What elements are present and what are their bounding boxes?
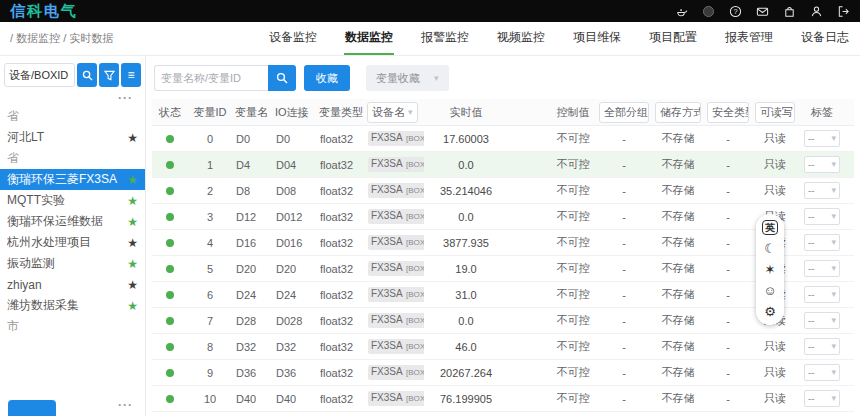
table-row[interactable]: 4D16D016float32FX3SA [BOX1]3877.935不可控-不… [152, 230, 854, 256]
favorite-select[interactable]: 变量收藏 ▾ [366, 65, 449, 91]
bag-icon[interactable] [782, 4, 796, 18]
table-row[interactable]: 6D24D24float32FX3SA [BOX1]31.0不可控-不存储-只读… [152, 282, 854, 308]
table-row[interactable]: 0D0D0float32FX3SA [BOX1]17.60003不可控-不存储-… [152, 126, 854, 152]
table-row[interactable]: 2D8D08float32FX3SA [BOX1]35.214046不可控-不存… [152, 178, 854, 204]
device-search-input[interactable] [4, 63, 75, 87]
moon-icon[interactable]: ☾ [764, 241, 776, 256]
sidebar-item[interactable]: 衡瑞环保运维数据★ [0, 211, 145, 232]
logout-icon[interactable] [836, 4, 850, 18]
tag-select[interactable]: --▾ [804, 234, 840, 251]
sidebar-item-label: 省 [7, 108, 138, 125]
tag-select[interactable]: --▾ [804, 130, 840, 147]
sidebar-action-button[interactable] [8, 400, 56, 416]
favorite-star-icon[interactable]: ★ [127, 195, 138, 207]
gear-icon[interactable]: ⚙ [764, 304, 776, 319]
tag-select[interactable]: --▾ [804, 338, 840, 355]
table-row[interactable]: 8D32D32float32FX3SA [BOX1]46.0不可控-不存储-只读… [152, 334, 854, 360]
magic-lamp-icon[interactable] [674, 4, 688, 18]
storage-cell: 不存储 [652, 209, 704, 224]
tag-select[interactable]: --▾ [804, 260, 840, 277]
tag-cell: --▾ [798, 130, 846, 147]
status-cell [152, 239, 188, 247]
tag-select[interactable]: --▾ [804, 182, 840, 199]
mail-icon[interactable] [755, 4, 769, 18]
favorite-star-icon[interactable]: ★ [127, 174, 138, 186]
tag-select[interactable]: --▾ [804, 364, 840, 381]
sidebar-filter-button[interactable] [99, 63, 119, 87]
language-icon[interactable]: 英 [762, 220, 778, 235]
favorite-star-icon[interactable]: ★ [127, 132, 138, 144]
smiley-icon[interactable]: ☺ [763, 283, 776, 298]
tab-数据监控[interactable]: 数据监控 [344, 22, 394, 55]
favorite-button[interactable]: 收藏 [304, 65, 350, 91]
sidebar-item[interactable]: 河北LT★ [0, 127, 145, 148]
storage-filter-select[interactable]: 储存方式 ▾ [655, 102, 701, 123]
sidebar-item[interactable]: MQTT实验★ [0, 190, 145, 211]
device-cell: FX3SA [BOX1] [364, 209, 424, 224]
tag-cell: --▾ [798, 338, 846, 355]
tab-设备监控[interactable]: 设备监控 [268, 22, 318, 55]
security-filter-select[interactable]: 安全类型 ▾ [707, 102, 749, 123]
storage-cell: 不存储 [652, 261, 704, 276]
var-type-cell: float32 [316, 315, 364, 327]
tab-报警监控[interactable]: 报警监控 [420, 22, 470, 55]
tab-项目维保[interactable]: 项目维保 [572, 22, 622, 55]
control-cell: 不可控 [550, 157, 596, 172]
tag-select[interactable]: --▾ [804, 156, 840, 173]
sidebar-more-icon[interactable]: ··· [0, 91, 145, 106]
variable-search-input[interactable] [154, 65, 268, 91]
sidebar-item[interactable]: 衡瑞环保三菱FX3SA★ [0, 169, 145, 190]
var-name-cell: D32 [232, 341, 272, 353]
variable-search-button[interactable] [268, 65, 296, 91]
device-cell: FX3SA [BOX1] [364, 287, 424, 302]
sidebar-item[interactable]: 省 [0, 148, 145, 169]
tag-select[interactable]: --▾ [804, 208, 840, 225]
sidebar-item[interactable]: 振动监测★ [0, 253, 145, 274]
tab-项目配置[interactable]: 项目配置 [648, 22, 698, 55]
theme-circle-icon[interactable] [701, 4, 715, 18]
table-row[interactable]: 1D4D04float32FX3SA [BOX1]0.0不可控-不存储-只读--… [152, 152, 854, 178]
favorite-star-icon[interactable]: ★ [127, 216, 138, 228]
user-icon[interactable] [809, 4, 823, 18]
tag-value: -- [808, 133, 815, 144]
sidebar-item[interactable]: 市 [0, 316, 145, 337]
tab-报表管理[interactable]: 报表管理 [724, 22, 774, 55]
table-row[interactable]: 10D40D40float32FX3SA [BOX1]76.199905不可控-… [152, 386, 854, 412]
favorite-star-icon[interactable]: ★ [127, 258, 138, 270]
var-type-cell: float32 [316, 263, 364, 275]
sidebar-item[interactable]: zhiyan★ [0, 274, 145, 295]
sidebar-menu-button[interactable]: ≡ [121, 63, 141, 87]
tag-select[interactable]: --▾ [804, 390, 840, 407]
main-panel: 收藏 变量收藏 ▾ 状态 变量ID 变量名 IO连接 变量类型 设备名 ▾ 实时 [146, 56, 860, 416]
table-row[interactable]: 9D36D36float32FX3SA [BOX1]20267.264不可控-不… [152, 360, 854, 386]
device-cell: FX3SA [BOX1] [364, 183, 424, 198]
favorite-star-icon[interactable]: ★ [127, 237, 138, 249]
sidebar-item[interactable]: 省 [0, 106, 145, 127]
group-cell: - [596, 341, 652, 353]
security-cell: - [704, 341, 752, 353]
tab-设备日志[interactable]: 设备日志 [800, 22, 850, 55]
rw-filter-select[interactable]: 可读写 ▾ [755, 102, 795, 123]
table-row[interactable]: 5D20D20float32FX3SA [BOX1]19.0不可控-不存储-只读… [152, 256, 854, 282]
table-row[interactable]: 3D12D012float32FX3SA [BOX1]0.0不可控-不存储-只读… [152, 204, 854, 230]
tag-select[interactable]: --▾ [804, 312, 840, 329]
stars-icon[interactable]: ✶ [765, 262, 776, 277]
group-filter-select[interactable]: 全部分组 ▾ [599, 102, 649, 123]
sidebar-search-button[interactable] [77, 63, 97, 87]
realtime-value-cell: 76.199905 [424, 393, 508, 405]
sidebar-item[interactable]: 潍坊数据采集★ [0, 295, 145, 316]
status-dot-icon [166, 213, 174, 221]
sidebar-item[interactable]: 杭州水处理项目★ [0, 232, 145, 253]
help-icon[interactable]: ? [728, 4, 742, 18]
tab-视频监控[interactable]: 视频监控 [496, 22, 546, 55]
tag-select[interactable]: --▾ [804, 286, 840, 303]
io-cell: D0 [272, 133, 316, 145]
var-type-cell: float32 [316, 133, 364, 145]
var-type-cell: float32 [316, 159, 364, 171]
favorite-star-icon[interactable]: ★ [127, 300, 138, 312]
security-cell: - [704, 237, 752, 249]
table-row[interactable]: 7D28D028float32FX3SA [BOX1]0.0不可控-不存储-只读… [152, 308, 854, 334]
device-filter-select[interactable]: 设备名 ▾ [367, 102, 418, 123]
favorite-star-icon[interactable]: ★ [127, 279, 138, 291]
device-cell: FX3SA [BOX1] [364, 365, 424, 380]
